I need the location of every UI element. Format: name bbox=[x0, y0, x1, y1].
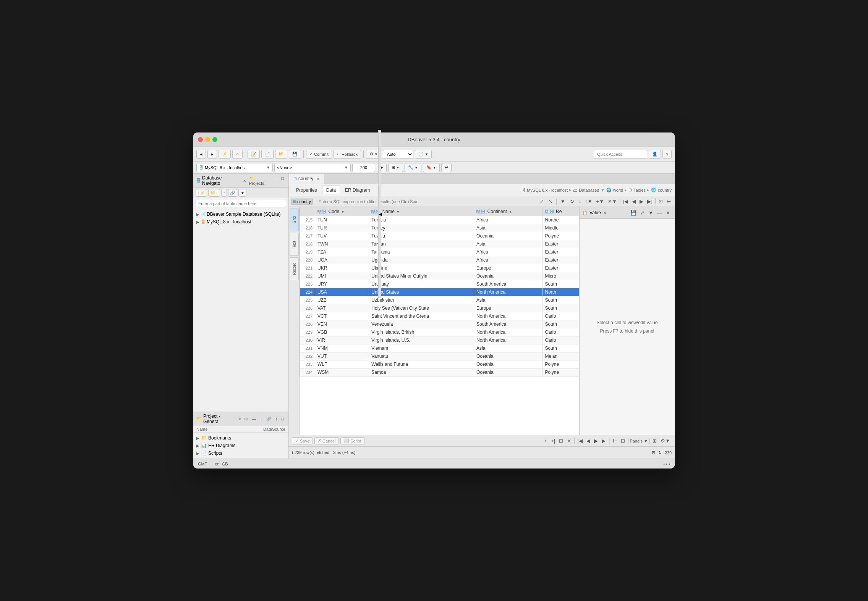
maximize-button[interactable] bbox=[212, 137, 217, 142]
history-button[interactable]: 🕐▼ bbox=[415, 150, 432, 159]
help-button[interactable]: ? bbox=[662, 150, 672, 159]
region-cell[interactable]: South bbox=[542, 280, 579, 288]
table-row[interactable]: 215 TUN Tunisia Africa Northe bbox=[300, 216, 579, 224]
table-row[interactable]: 232 VUT Vanuatu Oceania Melan bbox=[300, 352, 579, 360]
nav-last-btn[interactable]: ▶| bbox=[646, 197, 654, 206]
region-header[interactable]: ABC Re bbox=[542, 207, 579, 216]
continent-cell[interactable]: Oceania bbox=[474, 360, 542, 368]
continent-cell[interactable]: Oceania bbox=[474, 232, 542, 240]
region-cell[interactable]: South bbox=[542, 320, 579, 328]
bottom-row-copy-btn[interactable]: ⊡ bbox=[619, 437, 627, 445]
name-cell[interactable]: Taiwan bbox=[369, 240, 474, 248]
close-button[interactable] bbox=[198, 137, 203, 142]
new-folder-btn[interactable]: 📁+ bbox=[208, 189, 220, 197]
nav-next-btn[interactable]: ▶ bbox=[638, 197, 645, 206]
table-row[interactable]: 221 UKR Ukraine Europe Easter bbox=[300, 264, 579, 272]
continent-cell[interactable]: Oceania bbox=[474, 272, 542, 280]
value-panel-options-btn[interactable]: ▼ bbox=[647, 208, 655, 217]
name-cell[interactable]: Vietnam bbox=[369, 344, 474, 352]
code-filter-icon[interactable]: ▼ bbox=[341, 210, 345, 214]
code-cell[interactable]: TUN bbox=[315, 216, 369, 224]
name-filter-icon[interactable]: ▼ bbox=[396, 210, 400, 214]
filter-clear-btn[interactable]: ✕▼ bbox=[606, 197, 619, 206]
cancel-data-btn[interactable]: ✗ Cancel bbox=[314, 437, 339, 444]
value-panel-minimize-btn[interactable]: — bbox=[656, 208, 664, 217]
rollback-button[interactable]: ↩ Rollback bbox=[334, 150, 361, 159]
maximize-sidebar-btn[interactable]: □ bbox=[280, 176, 285, 186]
filter-sidebar-btn[interactable]: ▼ bbox=[238, 189, 246, 197]
filter-add-filter-btn[interactable]: +▼ bbox=[595, 197, 606, 206]
code-cell[interactable]: TUV bbox=[315, 232, 369, 240]
continent-cell[interactable]: North America bbox=[474, 336, 542, 344]
minimize-sidebar-btn[interactable]: — bbox=[272, 176, 279, 186]
continent-filter-icon[interactable]: ▼ bbox=[508, 210, 512, 214]
continent-cell[interactable]: North America bbox=[474, 312, 542, 320]
grid-toggle-button[interactable]: ⊞▼ bbox=[388, 163, 403, 172]
filter-expand-btn[interactable]: ⤢ bbox=[538, 197, 546, 206]
record-view-btn[interactable]: Record bbox=[290, 257, 299, 280]
name-cell[interactable]: Virgin Islands, British bbox=[369, 328, 474, 336]
dot-menu[interactable]: • • • bbox=[663, 462, 670, 466]
filter-sort-btn[interactable]: ↕ bbox=[577, 197, 583, 206]
table-row[interactable]: 220 UGA Uganda Africa Easter bbox=[300, 256, 579, 264]
code-cell[interactable]: USA bbox=[315, 288, 369, 296]
name-cell[interactable]: Ukraine bbox=[369, 264, 474, 272]
project-settings-btn[interactable]: ⚙ bbox=[243, 416, 249, 422]
region-cell[interactable]: Carib bbox=[542, 336, 579, 344]
continent-cell[interactable]: Asia bbox=[474, 240, 542, 248]
code-cell[interactable]: WSM bbox=[315, 368, 369, 376]
region-cell[interactable]: South bbox=[542, 296, 579, 304]
table-row[interactable]: 227 VCT Saint Vincent and the Grena Nort… bbox=[300, 312, 579, 320]
name-cell[interactable]: Tuvalu bbox=[369, 232, 474, 240]
subtab-er-diagram[interactable]: ER Diagram bbox=[341, 186, 374, 194]
name-cell[interactable]: Uganda bbox=[369, 256, 474, 264]
code-cell[interactable]: TUR bbox=[315, 224, 369, 232]
bottom-col-copy-btn[interactable]: ⊢ bbox=[611, 437, 619, 445]
filter-input[interactable] bbox=[319, 199, 537, 204]
table-search-input[interactable] bbox=[196, 200, 286, 207]
name-cell[interactable]: Uzbekistan bbox=[369, 296, 474, 304]
row-copy-btn[interactable]: ⊡ bbox=[657, 197, 664, 206]
continent-cell[interactable]: South America bbox=[474, 320, 542, 328]
bottom-first-btn[interactable]: |◀ bbox=[576, 437, 584, 445]
table-row[interactable]: 219 TZA Tanzania Africa Easter bbox=[300, 248, 579, 256]
continent-cell[interactable]: Oceania bbox=[474, 352, 542, 360]
code-cell[interactable]: VEN bbox=[315, 320, 369, 328]
code-cell[interactable]: VGB bbox=[315, 328, 369, 336]
save-data-btn[interactable]: ✓ Save bbox=[292, 437, 313, 444]
panels-btn[interactable]: Panels ▼ bbox=[630, 439, 648, 443]
refresh-btn[interactable]: ↻ bbox=[658, 450, 662, 455]
connection-selector[interactable]: 🗄 MySQL 8.x - localhost ▼ bbox=[196, 163, 273, 172]
subtab-properties[interactable]: Properties bbox=[292, 186, 321, 194]
copy-results-btn[interactable]: ⊡ bbox=[652, 450, 655, 455]
script-btn[interactable]: ⬜ Script bbox=[340, 437, 364, 444]
table-row[interactable]: 228 VEN Venezuela South America South bbox=[300, 320, 579, 328]
filter-expand2-btn[interactable]: ⤡ bbox=[547, 197, 554, 206]
bottom-copy-btn[interactable]: ⊡ bbox=[557, 437, 565, 445]
table-row[interactable]: 217 TUV Tuvalu Oceania Polyne bbox=[300, 232, 579, 240]
table-row[interactable]: 223 URY Uruguay South America South bbox=[300, 280, 579, 288]
value-panel-collapse-btn[interactable]: ✕ bbox=[664, 208, 672, 217]
region-cell[interactable]: Melan bbox=[542, 352, 579, 360]
project-collapse-btn[interactable]: ↑ bbox=[274, 416, 279, 422]
region-cell[interactable]: Easter bbox=[542, 240, 579, 248]
continent-cell[interactable]: Africa bbox=[474, 248, 542, 256]
project-add-btn[interactable]: + bbox=[258, 416, 264, 422]
project-minimize-btn[interactable]: — bbox=[250, 416, 257, 422]
name-cell[interactable]: Tunisia bbox=[369, 216, 474, 224]
nav-back-button[interactable]: ◂ bbox=[196, 150, 206, 159]
table-row[interactable]: 218 TWN Taiwan Asia Easter bbox=[300, 240, 579, 248]
continent-cell[interactable]: Europe bbox=[474, 304, 542, 312]
text-view-btn[interactable]: Text bbox=[290, 233, 299, 256]
nav-prev-btn[interactable]: ◀ bbox=[630, 197, 637, 206]
region-cell[interactable]: South bbox=[542, 344, 579, 352]
table-row[interactable]: 222 UMI United States Minor Outlyin Ocea… bbox=[300, 272, 579, 280]
code-cell[interactable]: VIR bbox=[315, 336, 369, 344]
bottom-del-btn[interactable]: ✕ bbox=[565, 437, 573, 445]
filter-asc-btn[interactable]: ↑▼ bbox=[583, 197, 594, 206]
continent-cell[interactable]: North America bbox=[474, 328, 542, 336]
bookmarks-button[interactable]: 🔖▼ bbox=[423, 163, 440, 172]
link-editor-btn[interactable]: 🔗 bbox=[228, 189, 237, 197]
code-cell[interactable]: URY bbox=[315, 280, 369, 288]
code-cell[interactable]: WLF bbox=[315, 360, 369, 368]
